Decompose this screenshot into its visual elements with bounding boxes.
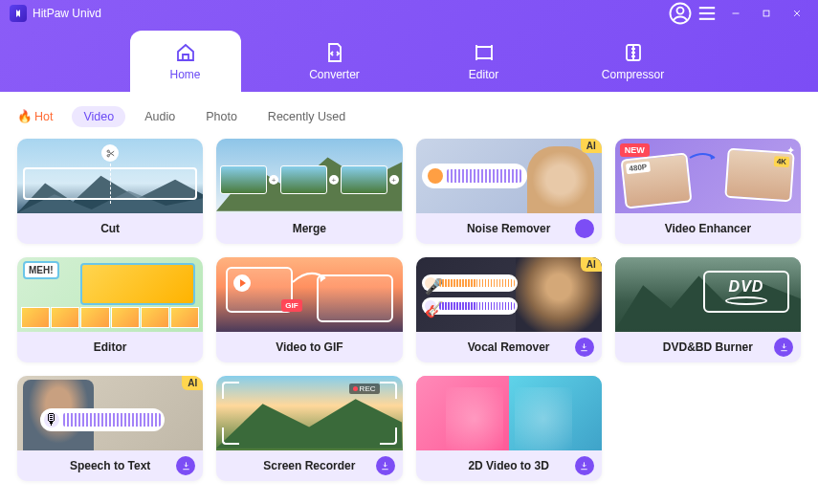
nav-label: Compressor <box>602 68 664 81</box>
filter-video[interactable]: Video <box>72 106 125 127</box>
editor-icon <box>473 41 496 64</box>
card-dvd-burner[interactable]: DVD DVD&BD Burner <box>615 257 801 362</box>
new-badge: NEW <box>620 143 650 157</box>
close-button[interactable] <box>782 2 812 25</box>
filter-bar: 🔥Hot Video Audio Photo Recently Used <box>17 105 801 127</box>
card-title: 2D Video to 3D <box>468 459 548 472</box>
svg-point-1 <box>677 8 684 14</box>
nav-label: Converter <box>309 68 360 81</box>
maximize-button[interactable] <box>751 2 782 25</box>
thumb-gif: GIF <box>216 257 402 332</box>
tool-grid: Cut + + + Merge AI Noise Remover <box>17 139 801 481</box>
home-icon <box>174 41 197 64</box>
main-nav: Home Converter Editor Compressor <box>0 27 818 92</box>
download-icon[interactable] <box>176 456 195 475</box>
card-screen-recorder[interactable]: REC Screen Recorder <box>216 376 402 481</box>
app-logo-icon <box>10 5 27 22</box>
filter-recently-used[interactable]: Recently Used <box>256 106 357 127</box>
card-2d-to-3d[interactable]: 2D Video to 3D <box>416 376 602 481</box>
ai-badge: AI <box>581 139 602 153</box>
card-title: Screen Recorder <box>263 459 355 472</box>
card-title: Vocal Remover <box>468 340 550 354</box>
rec-badge: REC <box>349 383 380 394</box>
thumb-cut <box>17 139 203 213</box>
fire-icon: 🔥 <box>17 110 33 123</box>
nav-label: Home <box>169 68 200 81</box>
thumb-merge: + + + <box>216 139 402 213</box>
thumb-stt: 🎙 AI <box>17 376 203 450</box>
thumb-recorder: REC <box>216 376 402 450</box>
nav-home[interactable]: Home <box>130 31 241 92</box>
filter-audio[interactable]: Audio <box>133 106 187 127</box>
nav-compressor[interactable]: Compressor <box>578 31 689 92</box>
scissors-icon <box>101 144 119 162</box>
sparkle-icon: ✦ <box>786 144 795 157</box>
compressor-icon <box>622 41 645 64</box>
download-icon[interactable] <box>575 219 594 238</box>
ai-badge: AI <box>182 376 203 390</box>
thumb-editor: MEH! <box>17 257 203 332</box>
ai-badge: AI <box>581 257 602 272</box>
card-title: Cut <box>100 222 120 235</box>
card-video-to-gif[interactable]: GIF Video to GIF <box>216 257 402 362</box>
card-merge[interactable]: + + + Merge <box>216 139 402 244</box>
app-title: HitPaw Univd <box>33 7 101 20</box>
download-icon[interactable] <box>575 338 594 357</box>
app-header: HitPaw Univd Home Converter Editor Compr… <box>0 0 818 92</box>
card-title: Merge <box>293 222 326 235</box>
thumb-vocal: 🎤 🎸 AI <box>416 257 602 332</box>
filter-hot[interactable]: 🔥Hot <box>17 105 64 127</box>
converter-icon <box>323 41 346 64</box>
svg-rect-9 <box>476 47 492 58</box>
card-title: Noise Remover <box>467 222 550 235</box>
nav-editor[interactable]: Editor <box>429 31 540 92</box>
svg-rect-6 <box>763 11 769 16</box>
card-video-enhancer[interactable]: NEW 480P 4K ✦ Video Enhancer <box>615 139 801 244</box>
thumb-2d-3d <box>416 376 602 450</box>
account-icon[interactable] <box>667 2 694 25</box>
mic-icon: 🎙 <box>44 412 59 427</box>
filter-photo[interactable]: Photo <box>194 106 249 127</box>
minimize-button[interactable] <box>720 2 751 25</box>
download-icon[interactable] <box>376 456 395 475</box>
hamburger-menu-icon[interactable] <box>694 2 720 25</box>
nav-converter[interactable]: Converter <box>279 31 390 92</box>
title-bar: HitPaw Univd <box>0 0 818 27</box>
card-title: Video to GIF <box>276 340 343 354</box>
card-editor[interactable]: MEH! Editor <box>17 257 203 362</box>
nav-label: Editor <box>469 68 498 81</box>
card-title: Video Enhancer <box>665 222 751 235</box>
download-icon[interactable] <box>575 456 594 475</box>
svg-point-13 <box>107 150 109 152</box>
thumb-enhancer: NEW 480P 4K ✦ <box>615 139 801 213</box>
svg-point-14 <box>107 154 109 156</box>
content-area: 🔥Hot Video Audio Photo Recently Used Cut… <box>0 92 818 504</box>
card-cut[interactable]: Cut <box>17 139 203 244</box>
card-vocal-remover[interactable]: 🎤 🎸 AI Vocal Remover <box>416 257 602 362</box>
download-icon[interactable] <box>774 338 793 357</box>
card-speech-to-text[interactable]: 🎙 AI Speech to Text <box>17 376 203 481</box>
card-title: DVD&BD Burner <box>663 340 753 354</box>
card-noise-remover[interactable]: AI Noise Remover <box>416 139 602 244</box>
thumb-dvd: DVD <box>615 257 801 332</box>
card-title: Speech to Text <box>70 459 150 472</box>
svg-marker-19 <box>216 399 402 448</box>
thumb-noise: AI <box>416 139 602 213</box>
card-title: Editor <box>94 340 127 354</box>
